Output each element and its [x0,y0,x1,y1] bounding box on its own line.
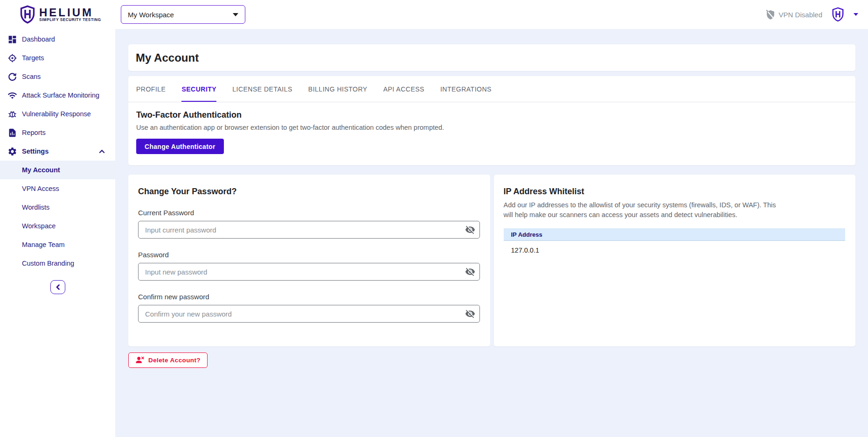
sidebar-item-my-account[interactable]: My Account [0,161,115,179]
new-password-group: Password [138,251,480,281]
delete-account-label: Delete Account? [148,357,201,364]
tab-profile[interactable]: PROFILE [136,76,166,102]
change-authenticator-button[interactable]: Change Authenticator [136,139,224,154]
sidebar-item-label: Manage Team [22,241,65,248]
page-content: My Account PROFILE SECURITY LICENSE DETA… [115,29,868,437]
confirm-password-field[interactable] [138,305,480,323]
change-password-title: Change Your Password? [138,187,480,197]
sidebar-item-label: Settings [22,148,49,155]
helium-shield-logo-icon [20,5,35,24]
tab-security[interactable]: SECURITY [181,76,216,102]
chevron-up-icon [99,149,105,154]
sidebar-item-label: Reports [22,129,46,136]
vpn-status: VPN Disabled [766,9,822,20]
two-factor-title: Two-Factor Authentication [136,110,847,120]
new-password-field[interactable] [138,263,480,281]
brand-logo[interactable]: HELIUM SIMPLIFY SECURITY TESTING [0,0,115,29]
sidebar-item-scans[interactable]: Scans [0,67,115,86]
sidebar-item-attack-surface-monitoring[interactable]: Attack Surface Monitoring [0,86,115,105]
sidebar-item-label: Dashboard [22,35,55,43]
main-area: My Workspace VPN Disabled [115,0,868,437]
helium-avatar-shield-icon [832,7,844,22]
tab-bar: PROFILE SECURITY LICENSE DETAILS BILLING… [128,76,855,102]
ip-whitelist-description: Add our IP addresses to the allowlist of… [504,200,779,220]
current-password-group: Current Password [138,209,480,239]
change-password-panel: Change Your Password? Current Password P… [128,175,490,346]
tab-api-access[interactable]: API ACCESS [383,76,424,102]
eye-off-icon [465,309,475,319]
sidebar-item-label: Scans [22,73,41,80]
eye-off-icon [465,225,475,235]
sidebar-item-manage-team[interactable]: Manage Team [0,235,115,254]
wifi-icon [7,90,18,101]
scan-loop-icon [7,71,18,82]
sidebar-item-workspace[interactable]: Workspace [0,217,115,235]
bug-icon [7,108,18,120]
target-icon [7,52,18,63]
page-title: My Account [136,51,199,64]
ip-table-row: 127.0.0.1 [504,241,846,254]
sidebar-item-wordlists[interactable]: Wordlists [0,198,115,217]
tab-license-details[interactable]: LICENSE DETAILS [232,76,292,102]
vpn-disabled-shield-icon [766,9,775,20]
ip-address-table: IP Address 127.0.0.1 [504,228,846,254]
dropdown-caret-icon [233,13,238,16]
two-factor-section: Two-Factor Authentication Use an authent… [128,102,855,165]
sidebar-collapse-button[interactable] [50,280,65,294]
tab-integrations[interactable]: INTEGRATIONS [440,76,492,102]
sidebar-item-label: Wordlists [22,204,49,211]
ip-table-header: IP Address [504,228,846,241]
toggle-current-password-visibility-button[interactable] [465,225,475,235]
person-remove-icon [135,356,145,364]
sidebar-item-custom-branding[interactable]: Custom Branding [0,254,115,273]
current-password-label: Current Password [138,209,480,217]
confirm-password-group: Confirm new password [138,293,480,323]
sidebar-item-settings[interactable]: Settings [0,142,115,161]
ip-whitelist-panel: IP Address Whitelist Add our IP addresse… [494,175,856,346]
new-password-label: Password [138,251,480,259]
brand-name: HELIUM [39,7,101,18]
account-tabs-card: PROFILE SECURITY LICENSE DETAILS BILLING… [128,76,855,165]
dashboard-icon [7,34,18,45]
ip-whitelist-title: IP Address Whitelist [504,187,846,197]
user-avatar[interactable] [832,7,844,22]
workspace-selector[interactable]: My Workspace [121,5,245,24]
sidebar-item-label: Vulnerability Response [22,110,91,118]
sidebar-item-label: My Account [22,166,60,174]
page-title-card: My Account [128,44,855,71]
brand-tagline: SIMPLIFY SECURITY TESTING [39,18,101,22]
sidebar-item-label: Workspace [22,222,56,230]
confirm-password-label: Confirm new password [138,293,480,301]
sidebar: HELIUM SIMPLIFY SECURITY TESTING Dashboa… [0,0,115,437]
sidebar-item-label: Custom Branding [22,260,74,267]
sidebar-item-dashboard[interactable]: Dashboard [0,30,115,49]
sidebar-item-targets[interactable]: Targets [0,49,115,67]
chevron-left-icon [56,284,60,290]
gear-icon [7,146,18,157]
topbar: My Workspace VPN Disabled [115,0,868,29]
eye-off-icon [465,267,475,277]
toggle-new-password-visibility-button[interactable] [465,267,475,277]
workspace-selector-value: My Workspace [128,11,174,19]
report-chart-icon [7,127,18,138]
vpn-status-label: VPN Disabled [779,11,822,19]
sidebar-item-reports[interactable]: Reports [0,123,115,142]
two-factor-description: Use an authentication app or browser ext… [136,124,847,131]
sidebar-item-label: Targets [22,54,44,62]
sidebar-item-vulnerability-response[interactable]: Vulnerability Response [0,105,115,123]
current-password-field[interactable] [138,221,480,239]
tab-billing-history[interactable]: BILLING HISTORY [308,76,368,102]
sidebar-item-vpn-access[interactable]: VPN Access [0,179,115,198]
sidebar-item-label: VPN Access [22,185,59,192]
sidebar-nav: Dashboard Targets Scans [0,29,115,294]
user-menu-caret-icon[interactable] [854,13,858,16]
delete-account-button[interactable]: Delete Account? [128,352,208,368]
sidebar-item-label: Attack Surface Monitoring [22,92,99,99]
toggle-confirm-password-visibility-button[interactable] [465,309,475,319]
